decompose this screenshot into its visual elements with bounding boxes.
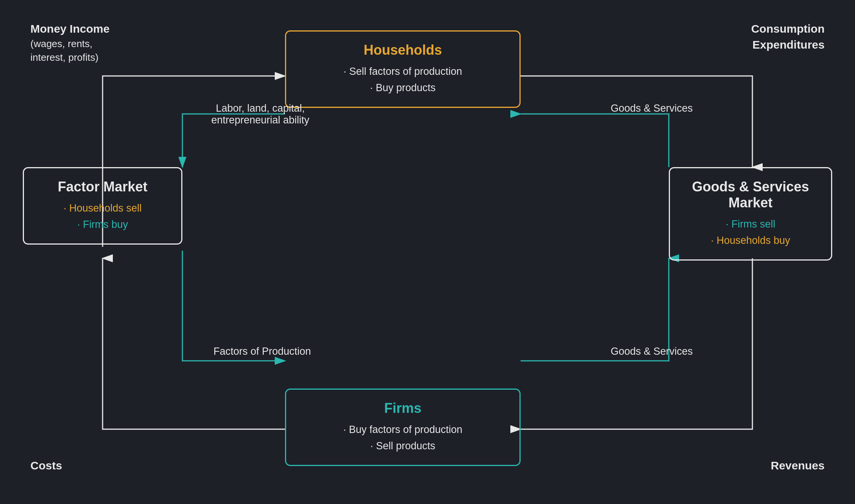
factor-market-box: Factor Market · Households sell · Firms … xyxy=(23,167,182,245)
goods-services-market-box: Goods & ServicesMarket · Firms sell · Ho… xyxy=(669,167,832,261)
goods-market-title: Goods & ServicesMarket xyxy=(684,179,817,211)
goods-services-bottom-label: Goods & Services xyxy=(593,346,711,357)
households-title: Households xyxy=(300,42,506,58)
factors-production-label: Factors of Production xyxy=(201,346,323,357)
goods-services-top-label: Goods & Services xyxy=(593,103,711,114)
firms-box: Firms · Buy factors of production · Sell… xyxy=(285,389,521,466)
revenues-label: Revenues xyxy=(771,458,825,474)
firms-item-1: · Buy factors of production xyxy=(300,422,506,438)
labor-flow-label: Labor, land, capital,entrepreneurial abi… xyxy=(201,103,319,126)
money-income-label: Money Income (wages, rents, interest, pr… xyxy=(30,21,109,65)
households-box: Households · Sell factors of production … xyxy=(285,30,521,108)
households-item-2: · Buy products xyxy=(300,80,506,96)
factor-market-title: Factor Market xyxy=(38,179,168,195)
costs-label: Costs xyxy=(30,458,62,474)
firms-item-2: · Sell products xyxy=(300,438,506,454)
factor-market-item-1: · Households sell xyxy=(38,200,168,216)
households-item-1: · Sell factors of production xyxy=(300,63,506,80)
factor-market-item-2: · Firms buy xyxy=(38,216,168,233)
consumption-expenditures-label: Consumption Expenditures xyxy=(751,21,825,53)
firms-title: Firms xyxy=(300,400,506,416)
goods-market-item-2: · Households buy xyxy=(684,232,817,249)
circular-flow-diagram: Money Income (wages, rents, interest, pr… xyxy=(0,0,855,504)
goods-market-item-1: · Firms sell xyxy=(684,216,817,232)
